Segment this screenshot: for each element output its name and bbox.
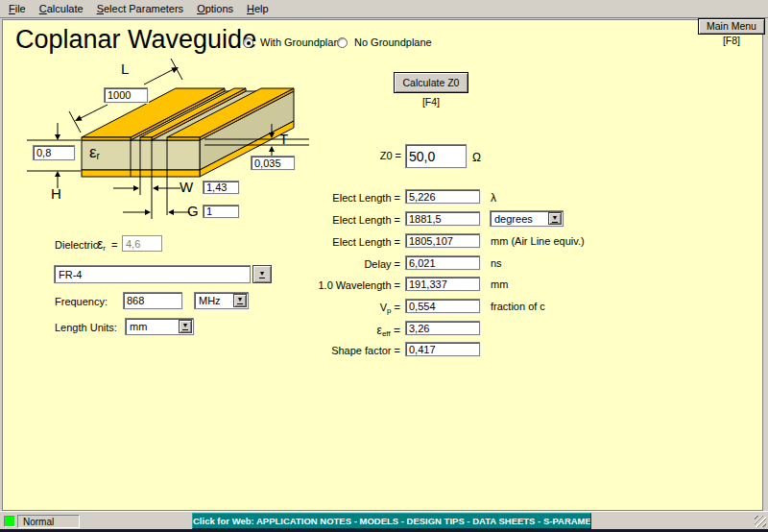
menu-options[interactable]: Options [190, 1, 240, 17]
frequency-unit-combo-button[interactable]: ▼ [233, 294, 247, 307]
frequency-unit-combo-value: MHz [199, 295, 221, 306]
thickness-t-input[interactable] [251, 156, 295, 170]
main-menu-button[interactable]: Main Menu [F8] [698, 18, 765, 35]
elect-length-unit-combo-button[interactable]: ▼ [548, 212, 562, 225]
wavelength-value[interactable] [405, 277, 480, 291]
dim-label-h: H [51, 185, 61, 202]
eps-eff-value[interactable] [405, 321, 480, 335]
dim-label-w: W [180, 179, 193, 195]
dropdown-arrow-icon: ▼ [237, 297, 244, 304]
elect-length-degrees-value[interactable] [405, 211, 480, 226]
length-units-combo-button[interactable]: ▼ [179, 320, 192, 333]
shape-factor-value[interactable] [405, 342, 480, 356]
elect-length-lambda-value[interactable] [405, 189, 480, 204]
elect-length-lambda-unit: λ [491, 191, 496, 205]
dielectric-epsilon-label: εr [97, 236, 106, 253]
menu-bar: File Calculate Select Parameters Options… [0, 0, 768, 18]
width-w-input[interactable] [203, 181, 239, 194]
elect-length-mm-label: Elect Length = [312, 236, 400, 248]
status-bar: Normal Click for Web: APPLICATION NOTES … [0, 511, 768, 529]
with-groundplane-radio[interactable] [243, 37, 253, 48]
z0-unit: Ω [472, 151, 481, 164]
menu-select-parameters[interactable]: Select Parameters [90, 1, 191, 17]
no-groundplane-radio[interactable] [337, 37, 348, 48]
z0-label: Z0 = [336, 150, 401, 161]
web-links-banner[interactable]: Click for Web: APPLICATION NOTES - MODEL… [192, 513, 591, 529]
elect-length-lambda-label: Elect Length = [312, 192, 400, 204]
elect-length-unit-combo[interactable]: degrees ▼ [490, 210, 564, 227]
vp-value[interactable] [405, 299, 480, 313]
length-units-combo-value: mm [130, 321, 147, 332]
menu-help[interactable]: Help [240, 1, 276, 17]
material-combo-value: FR-4 [59, 269, 82, 280]
material-combo[interactable]: FR-4 [54, 265, 251, 283]
menu-file[interactable]: File [2, 1, 33, 17]
material-combo-button[interactable]: ▼ [252, 265, 272, 283]
elect-length-mm-value[interactable] [405, 233, 480, 248]
status-state: Normal [17, 515, 80, 528]
elect-length-unit-combo-value: degrees [494, 213, 533, 225]
dim-label-t: T [279, 131, 288, 147]
wavelength-unit: mm [491, 278, 508, 290]
dropdown-arrow-icon: ▼ [182, 323, 189, 330]
delay-label: Delay = [312, 258, 400, 270]
gap-g-input[interactable] [203, 205, 239, 218]
page-title: Coplanar Waveguide [15, 25, 256, 55]
vp-unit: fraction of c [491, 301, 545, 312]
length-units-label: Length Units: [55, 322, 117, 333]
no-groundplane-label: No Groundplane [354, 36, 432, 48]
eps-eff-label: εeff = [312, 324, 400, 338]
shape-factor-label: Shape factor = [312, 345, 400, 356]
dropdown-arrow-icon: ▼ [552, 215, 559, 223]
z0-value[interactable] [405, 144, 467, 168]
frequency-unit-combo[interactable]: MHz ▼ [194, 292, 249, 309]
app-window: File Calculate Select Parameters Options… [0, 0, 768, 532]
length-l-input[interactable] [104, 87, 148, 103]
radio-selected-dot [247, 41, 251, 45]
status-led [4, 516, 15, 527]
elect-length-degrees-label: Elect Length = [312, 214, 400, 226]
dielectric-equals: = [111, 239, 117, 251]
length-units-combo[interactable]: mm ▼ [125, 318, 194, 335]
frequency-input[interactable] [123, 292, 182, 309]
menu-calculate[interactable]: Calculate [33, 1, 90, 17]
wavelength-label: 1.0 Wavelength = [312, 279, 400, 291]
dielectric-er-value[interactable] [122, 235, 162, 252]
delay-unit: ns [491, 257, 502, 269]
frequency-label: Frequency: [55, 296, 108, 307]
substrate-epsilon-label: εr [89, 143, 100, 162]
with-groundplane-label: With Groundplane [260, 36, 346, 48]
dielectric-label: Dielectric: [55, 239, 101, 251]
dim-label-g: G [187, 203, 199, 219]
vp-label: Vp = [312, 302, 400, 315]
resize-grip[interactable] [755, 516, 766, 527]
calculate-z0-button[interactable]: Calculate Z0 [F4] [394, 72, 468, 93]
height-h-input[interactable] [33, 145, 75, 160]
dim-label-l: L [121, 60, 129, 77]
dropdown-arrow-icon: ▼ [259, 271, 266, 278]
delay-value[interactable] [405, 255, 480, 270]
elect-length-mm-unit: mm (Air Line equiv.) [491, 235, 585, 247]
